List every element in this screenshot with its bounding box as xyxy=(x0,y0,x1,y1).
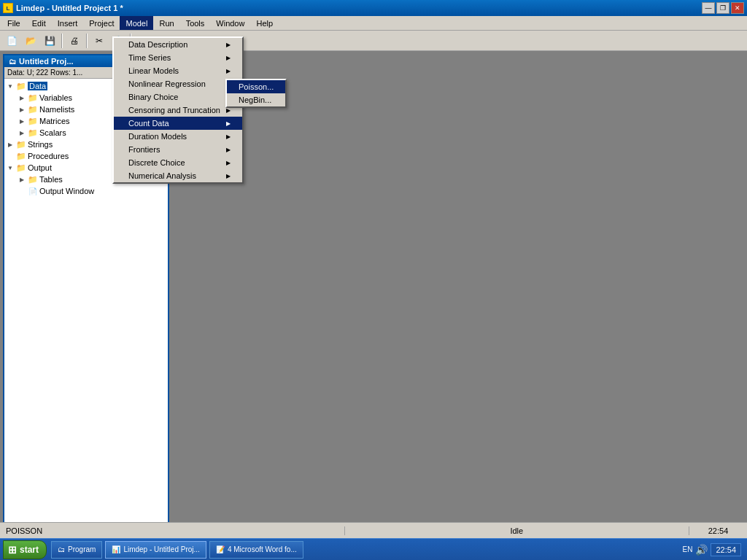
project-title-text: Untitled Proj... xyxy=(19,57,74,66)
expand-strings: ▶ xyxy=(6,140,15,149)
expand-variables: ▶ xyxy=(18,93,26,102)
taskbar-limdep[interactable]: 📊 Limdep - Untitled Proj... xyxy=(105,541,206,559)
menu-option-censoring[interactable]: Censoring and Truncation ▶ xyxy=(114,104,242,117)
arrow-icon: ▶ xyxy=(226,68,231,74)
expand-procedures xyxy=(6,152,15,160)
program-icon: 🗂 xyxy=(58,545,65,553)
expand-matrices: ▶ xyxy=(18,117,26,125)
menu-file[interactable]: File xyxy=(1,16,26,30)
negbin-label: NegBin... xyxy=(239,96,271,104)
tree-item-output-window[interactable]: 📄 Output Window xyxy=(18,185,166,197)
project-icon: 🗂 xyxy=(9,58,16,66)
tree-label-matrices: Matrices xyxy=(39,117,70,125)
minimize-button[interactable]: — xyxy=(702,2,715,14)
menu-option-frontiers[interactable]: Frontiers ▶ xyxy=(114,143,242,156)
count-data-label: Count Data xyxy=(128,119,169,128)
status-bar: POISSON Idle 22:54 xyxy=(0,522,747,538)
menu-option-binary-choice[interactable]: Binary Choice ▶ xyxy=(114,90,242,104)
count-submenu: Poisson... NegBin... xyxy=(225,79,287,108)
status-text: POISSON xyxy=(0,526,345,535)
start-label: start xyxy=(20,545,39,555)
menu-insert[interactable]: Insert xyxy=(52,16,84,30)
status-clock: 22:54 xyxy=(689,526,747,535)
toolbar-separator-1 xyxy=(61,34,63,48)
word-label: 4 Microsoft Word fo... xyxy=(228,545,297,553)
menu-option-nonlinear-regression[interactable]: Nonlinear Regression ▶ xyxy=(114,77,242,90)
limdep-label: Limdep - Untitled Proj... xyxy=(123,545,200,553)
new-button[interactable]: 📄 xyxy=(3,33,20,49)
program-label: Program xyxy=(68,545,96,553)
language-indicator: EN xyxy=(683,545,693,553)
folder-icon-procedures: 📁 xyxy=(16,151,26,161)
expand-tables: ▶ xyxy=(18,175,26,184)
folder-icon-namelists: 📁 xyxy=(28,104,38,114)
menu-project[interactable]: Project xyxy=(83,16,120,30)
menu-edit[interactable]: Edit xyxy=(26,16,52,30)
menu-option-time-series[interactable]: Time Series ▶ xyxy=(114,51,242,64)
censoring-label: Censoring and Truncation xyxy=(128,106,220,114)
poisson-label: Poisson... xyxy=(239,82,274,91)
workspace xyxy=(172,51,747,544)
tree-label-output: Output xyxy=(28,163,52,172)
close-button[interactable]: ✕ xyxy=(731,2,744,14)
windows-logo: ⊞ xyxy=(8,544,17,556)
submenu-poisson[interactable]: Poisson... xyxy=(227,80,285,93)
menu-option-count-data[interactable]: Count Data ▶ xyxy=(114,117,242,130)
menu-option-data-description[interactable]: Data Description ▶ xyxy=(114,38,242,51)
folder-icon-data: 📁 xyxy=(16,81,26,91)
menu-run[interactable]: Run xyxy=(153,16,179,30)
arrow-icon: ▶ xyxy=(226,147,231,153)
data-description-label: Data Description xyxy=(128,40,187,49)
tree-label-output-window: Output Window xyxy=(39,187,94,195)
menu-option-linear-models[interactable]: Linear Models ▶ xyxy=(114,64,242,77)
taskbar: ⊞ start 🗂 Program 📊 Limdep - Untitled Pr… xyxy=(0,538,747,560)
app-icon: L xyxy=(3,3,13,13)
status-idle: Idle xyxy=(345,526,689,535)
system-icons: 🔊 xyxy=(695,544,708,556)
submenu-negbin[interactable]: NegBin... xyxy=(227,93,285,106)
cut-button[interactable]: ✂ xyxy=(90,33,108,49)
arrow-icon: ▶ xyxy=(226,133,231,140)
taskbar-program[interactable]: 🗂 Program xyxy=(51,541,102,559)
open-button[interactable]: 📂 xyxy=(22,33,39,49)
title-bar: L Limdep - Untitled Project 1 * — ❐ ✕ xyxy=(0,0,747,16)
title-controls: — ❐ ✕ xyxy=(702,2,744,14)
tree-label-variables: Variables xyxy=(39,93,72,102)
folder-icon-tables: 📁 xyxy=(28,174,38,184)
model-menu: Data Description ▶ Time Series ▶ Linear … xyxy=(112,36,244,184)
time-series-label: Time Series xyxy=(128,53,171,62)
tree-label-tables: Tables xyxy=(39,175,63,184)
folder-icon-strings: 📁 xyxy=(16,139,26,149)
doc-icon-output-window: 📄 xyxy=(28,186,38,196)
arrow-icon: ▶ xyxy=(226,173,231,179)
limdep-icon: 📊 xyxy=(112,545,120,553)
tree-label-scalars: Scalars xyxy=(39,128,66,137)
folder-icon-matrices: 📁 xyxy=(28,116,38,126)
folder-icon-variables: 📁 xyxy=(28,93,38,103)
menu-option-discrete-choice[interactable]: Discrete Choice ▶ xyxy=(114,156,242,169)
save-button[interactable]: 💾 xyxy=(41,33,58,49)
expand-icon: ▼ xyxy=(6,82,15,90)
taskbar-word[interactable]: 📝 4 Microsoft Word fo... xyxy=(209,541,303,559)
menu-tools[interactable]: Tools xyxy=(180,16,211,30)
taskbar-clock: 22:54 xyxy=(711,543,741,556)
print-button[interactable]: 🖨 xyxy=(66,33,83,49)
menu-help[interactable]: Help xyxy=(250,16,279,30)
nonlinear-regression-label: Nonlinear Regression xyxy=(128,79,206,88)
frontiers-label: Frontiers xyxy=(128,145,160,154)
menu-option-numerical-analysis[interactable]: Numerical Analysis ▶ xyxy=(114,169,242,182)
tree-label-namelists: Namelists xyxy=(39,105,74,114)
expand-output: ▼ xyxy=(6,163,15,172)
menu-model[interactable]: Model xyxy=(120,16,153,30)
expand-scalars: ▶ xyxy=(18,128,26,137)
toolbar-separator-2 xyxy=(86,34,88,48)
menu-window[interactable]: Window xyxy=(210,16,250,30)
folder-icon-scalars: 📁 xyxy=(28,128,38,138)
restore-button[interactable]: ❐ xyxy=(716,2,729,14)
arrow-icon: ▶ xyxy=(226,55,231,61)
menu-option-duration-models[interactable]: Duration Models ▶ xyxy=(114,130,242,143)
linear-models-label: Linear Models xyxy=(128,66,179,75)
arrow-icon: ▶ xyxy=(226,160,231,166)
taskbar-right: EN 🔊 22:54 xyxy=(677,543,747,556)
start-button[interactable]: ⊞ start xyxy=(3,540,47,559)
